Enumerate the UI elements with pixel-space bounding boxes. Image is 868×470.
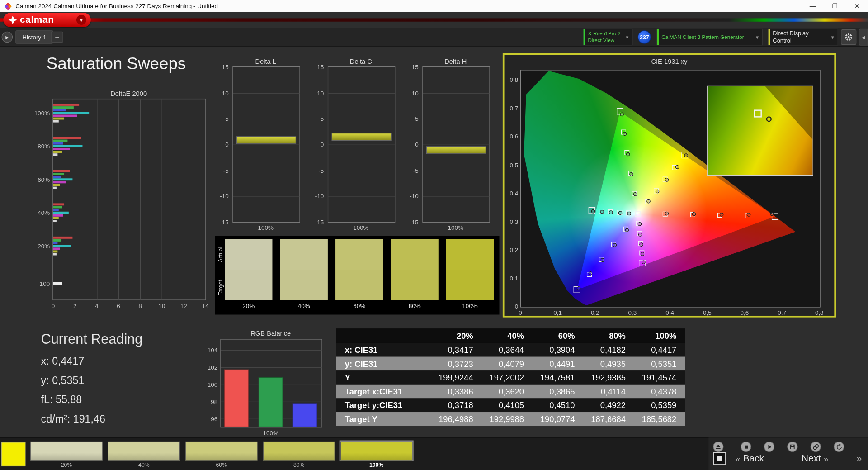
deltae-bar	[53, 253, 57, 256]
deltae-bar	[53, 178, 73, 180]
rgb-bar-green	[259, 377, 283, 427]
gridline	[423, 119, 490, 119]
refresh-button[interactable]	[834, 442, 844, 452]
sidebar-expand-button[interactable]: ▶	[2, 32, 13, 43]
pattern-swatch-60%[interactable]	[185, 442, 257, 461]
pattern-swatch-100%[interactable]	[340, 442, 412, 461]
cie-y-tick: 0,1	[505, 274, 519, 282]
close-button[interactable]: ✕	[846, 0, 868, 12]
eject-icon	[715, 444, 721, 450]
delta-l-plot: 151050-5-10-15	[232, 66, 300, 223]
meter-dropdown[interactable]: X-Rite i1Pro 2 Direct View ▼	[583, 29, 632, 46]
pattern-swatch-80%[interactable]	[263, 442, 335, 461]
table-row-label: y: CIE31	[336, 359, 431, 368]
next-button[interactable]: Next »	[802, 452, 831, 465]
maximize-button[interactable]: ❐	[824, 0, 846, 12]
table-header-cell: 100%	[635, 331, 685, 341]
actual-swatch	[335, 239, 383, 270]
rgb-bar-red	[224, 370, 249, 427]
delta-h-plot: 151050-5-10-15	[422, 66, 490, 223]
table-cell: 0,3386	[431, 387, 482, 396]
delta-y-tick: 10	[306, 89, 324, 97]
gridline	[140, 99, 141, 299]
save-button[interactable]	[787, 442, 797, 452]
pattern-swatch-20%[interactable]	[30, 442, 102, 461]
table-cell: 187,6684	[584, 414, 634, 424]
delta-y-tick: 5	[401, 115, 419, 123]
delta-y-tick: 15	[306, 63, 324, 71]
calman-menu-button[interactable]: calman ▼	[3, 13, 90, 27]
deltae-bar	[53, 187, 57, 189]
table-cell: 192,9988	[482, 414, 533, 424]
delta-y-tick: -10	[401, 192, 419, 200]
deltae-bar	[53, 176, 61, 178]
deltae-x-tick: 14	[200, 302, 211, 309]
table-cell: 199,9244	[431, 373, 482, 382]
table-cell: 0,4491	[533, 359, 584, 368]
display-control-dropdown[interactable]: Direct Display Control ▼	[768, 29, 838, 46]
link-button[interactable]	[811, 442, 821, 452]
app-icon	[5, 3, 12, 10]
settings-button[interactable]	[841, 29, 856, 45]
meter-name: X-Rite i1Pro 2	[588, 31, 620, 38]
play-button[interactable]	[764, 442, 774, 452]
add-tab-button[interactable]: +	[51, 32, 63, 43]
deltae-bar	[53, 239, 61, 242]
pattern-swatch-40%[interactable]	[108, 442, 180, 461]
chevron-down-icon: ▼	[625, 35, 630, 40]
target-swatch	[446, 270, 494, 300]
pattern-swatch-label: 20%	[30, 462, 102, 468]
actual-swatch	[225, 239, 272, 270]
table-row: x: CIE310,34170,36440,39040,41820,4417	[336, 343, 685, 357]
tab-history-1[interactable]: History 1	[15, 30, 53, 43]
table-cell: 0,3865	[533, 387, 584, 396]
rgb-balance-title: RGB Balance	[220, 330, 321, 337]
delta-y-tick: 10	[401, 89, 419, 97]
table-cell: 0,4378	[635, 387, 685, 396]
cie-x-tick: 0	[514, 309, 527, 316]
pattern-generator-dropdown[interactable]: CalMAN Client 3 Pattern Generator ▼	[656, 29, 763, 46]
expand-next-button[interactable]: »	[854, 452, 865, 465]
rgb-bar-blue	[293, 403, 317, 427]
cie-x-tick: 0,8	[813, 309, 826, 316]
pattern-swatch-label: 40%	[108, 462, 180, 468]
table-row: y: CIE310,37230,40790,44910,49350,5351	[336, 357, 685, 371]
rgb-y-tick: 104	[198, 346, 217, 354]
gridline	[221, 350, 322, 350]
double-chevron-icon: »	[854, 453, 865, 465]
deltae-bar	[53, 214, 63, 217]
chevron-down-icon: ▼	[830, 35, 835, 40]
table-row-label: x: CIE31	[336, 345, 431, 355]
delta-h-xlabel: 100%	[422, 224, 489, 232]
deltae-bar	[53, 148, 70, 150]
deltae-y-label: 80%	[24, 142, 50, 150]
gridline	[97, 99, 97, 299]
deltae-bar	[53, 220, 57, 222]
panel-collapse-button[interactable]: ◀	[859, 29, 868, 46]
cie-x-tick: 0,3	[626, 309, 639, 316]
cie-x-tick: 0,5	[701, 309, 714, 316]
measured-marker-yellow	[665, 178, 669, 182]
deltae-x-tick: 8	[135, 302, 146, 309]
gridline	[233, 93, 300, 93]
window-title: Calman 2024 Calman Ultimate for Business…	[15, 3, 218, 9]
pattern-window-button[interactable]	[713, 452, 726, 465]
inset-measured-marker	[766, 117, 772, 122]
deltae-bar	[53, 145, 83, 147]
deltae-bar	[53, 109, 66, 111]
minimize-button[interactable]: —	[802, 0, 824, 12]
meter-count-badge[interactable]: 237	[638, 30, 651, 43]
measured-marker-magenta	[637, 222, 642, 226]
saturation-swatch	[335, 239, 383, 300]
measured-marker-red	[720, 213, 724, 217]
deltae-bar	[53, 142, 63, 145]
bottom-bar: 20%40%60%80%100% « Back	[0, 437, 868, 470]
eject-button[interactable]	[713, 442, 723, 452]
delta-y-tick: 5	[211, 115, 229, 123]
deltae-bar	[53, 242, 58, 244]
back-button[interactable]: « Back	[733, 452, 764, 465]
white-point-marker	[635, 211, 641, 216]
table-cell: 197,2002	[482, 373, 533, 382]
table-row: Target y:CIE310,37180,41050,45100,49220,…	[336, 398, 685, 412]
stop-button[interactable]	[741, 442, 751, 452]
